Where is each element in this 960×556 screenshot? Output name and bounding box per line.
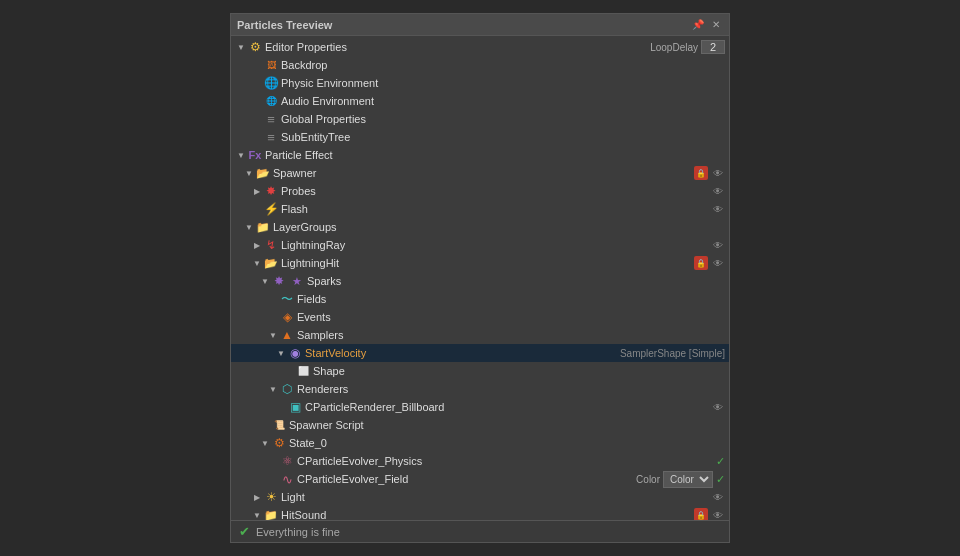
row-actions: 🔒 👁 (694, 508, 725, 520)
tree-expand-icon[interactable] (267, 380, 279, 398)
tree-label: Events (297, 311, 725, 323)
row-actions: 🔒 👁 (694, 166, 725, 180)
tree-expand-icon[interactable] (251, 488, 263, 506)
star-icon: ★ (289, 273, 305, 289)
tree-row[interactable]: ≡ Global Properties (231, 110, 729, 128)
row-actions: 👁 (711, 490, 725, 504)
visibility-icon[interactable]: 👁 (711, 508, 725, 520)
tree-row[interactable]: ≡ SubEntityTree (231, 128, 729, 146)
renderer-icon: ⬡ (279, 381, 295, 397)
tree-row[interactable]: 🌐 Audio Environment (231, 92, 729, 110)
tree-row[interactable]: ◈ Events (231, 308, 729, 326)
tree-expand-icon[interactable] (259, 272, 271, 290)
row-actions: 🔒 👁 (694, 256, 725, 270)
list-icon: ≡ (263, 129, 279, 145)
visibility-icon[interactable]: 👁 (711, 166, 725, 180)
panel-title: Particles Treeview (237, 19, 332, 31)
row-actions: Color Color ✓ (636, 471, 725, 488)
lock-icon[interactable]: 🔒 (694, 256, 708, 270)
tree-row[interactable]: 📁 HitSound 🔒 👁 (231, 506, 729, 520)
lock-icon[interactable]: 🔒 (694, 508, 708, 520)
tree-expand-icon[interactable] (243, 218, 255, 236)
tree-row[interactable]: 〜 Fields (231, 290, 729, 308)
tree-label: LightningHit (281, 257, 694, 269)
wave-icon: 〜 (279, 291, 295, 307)
velocity-icon: ◉ (287, 345, 303, 361)
sampler-icon: ▲ (279, 327, 295, 343)
tree-expand-icon[interactable] (235, 38, 247, 56)
tree-label: Light (281, 491, 711, 503)
tree-row[interactable]: ∿ CParticleEvolver_Field Color Color ✓ (231, 470, 729, 488)
tree-label: SubEntityTree (281, 131, 725, 143)
tree-row[interactable]: ✸ Probes 👁 (231, 182, 729, 200)
tree-row[interactable]: ▲ Samplers (231, 326, 729, 344)
tree-label: Spawner (273, 167, 694, 179)
tree-expand-icon[interactable] (251, 254, 263, 272)
visibility-icon[interactable]: 👁 (711, 490, 725, 504)
tree-expand-icon[interactable] (267, 326, 279, 344)
tree-label: LightningRay (281, 239, 711, 251)
tree-row[interactable]: ✸ ★ Sparks (231, 272, 729, 290)
world-icon: 🌐 (263, 75, 279, 91)
tree-row[interactable]: ◉ StartVelocity SamplerShape [Simple] (231, 344, 729, 362)
tree-label: State_0 (289, 437, 725, 449)
tree-row[interactable]: 📜 Spawner Script (231, 416, 729, 434)
tree-row[interactable]: ⚛ CParticleEvolver_Physics ✓ (231, 452, 729, 470)
color-label: Color (636, 474, 660, 485)
row-actions: ✓ (716, 455, 725, 468)
flash-icon: ⚡ (263, 201, 279, 217)
sound-folder-icon: 📁 (263, 507, 279, 520)
status-text: Everything is fine (256, 526, 340, 538)
tree-row[interactable]: 📂 LightningHit 🔒 👁 (231, 254, 729, 272)
list-icon: ≡ (263, 111, 279, 127)
visibility-icon[interactable]: 👁 (711, 400, 725, 414)
image-icon: 🖼 (263, 57, 279, 73)
tree-row[interactable]: ↯ LightningRay 👁 (231, 236, 729, 254)
world-icon: 🌐 (263, 93, 279, 109)
tree-label: HitSound (281, 509, 694, 520)
tree-row[interactable]: ▣ CParticleRenderer_Billboard 👁 (231, 398, 729, 416)
close-icon[interactable]: ✕ (709, 18, 723, 32)
visibility-icon[interactable]: 👁 (711, 184, 725, 198)
visibility-icon[interactable]: 👁 (711, 202, 725, 216)
tree-expand-icon[interactable] (243, 164, 255, 182)
tree-row[interactable]: ⬡ Renderers (231, 380, 729, 398)
status-bar: ✔ Everything is fine (231, 520, 729, 542)
tree-label: Particle Effect (265, 149, 725, 161)
tree-row[interactable]: ⬜ Shape (231, 362, 729, 380)
tree-row[interactable]: Fx Particle Effect (231, 146, 729, 164)
tree-row[interactable]: ⚡ Flash 👁 (231, 200, 729, 218)
tree-row[interactable]: 🖼 Backdrop (231, 56, 729, 74)
check-icon: ✓ (716, 473, 725, 486)
tree-row[interactable]: ⚙ Editor Properties LoopDelay (231, 38, 729, 56)
lock-icon[interactable]: 🔒 (694, 166, 708, 180)
tree-expand-icon[interactable] (275, 344, 287, 362)
tree-row[interactable]: 🌐 Physic Environment (231, 74, 729, 92)
tree-label: Shape (313, 365, 725, 377)
pin-icon[interactable]: 📌 (691, 18, 705, 32)
color-select[interactable]: Color (663, 471, 713, 488)
gear-icon: ⚙ (247, 39, 263, 55)
tree-row[interactable]: ⚙ State_0 (231, 434, 729, 452)
tree-label: Physic Environment (281, 77, 725, 89)
physics-icon: ⚛ (279, 453, 295, 469)
tree-label: Sparks (307, 275, 725, 287)
tree-row[interactable]: ☀ Light 👁 (231, 488, 729, 506)
tree-label: Fields (297, 293, 725, 305)
tree-expand-icon[interactable] (251, 506, 263, 520)
visibility-icon[interactable]: 👁 (711, 238, 725, 252)
shape-icon: ⬜ (295, 363, 311, 379)
tree-label: Flash (281, 203, 711, 215)
tree-row[interactable]: 📁 LayerGroups (231, 218, 729, 236)
tree-expand-icon[interactable] (251, 236, 263, 254)
tree-label: CParticleEvolver_Field (297, 473, 636, 485)
color-dropdown: Color Color (636, 471, 713, 488)
tree-expand-icon[interactable] (235, 146, 247, 164)
tree-expand-icon[interactable] (251, 182, 263, 200)
row-actions: 👁 (711, 400, 725, 414)
tree-label: Renderers (297, 383, 725, 395)
loop-delay-input[interactable] (701, 40, 725, 54)
tree-row[interactable]: 📂 Spawner 🔒 👁 (231, 164, 729, 182)
visibility-icon[interactable]: 👁 (711, 256, 725, 270)
tree-expand-icon[interactable] (259, 434, 271, 452)
